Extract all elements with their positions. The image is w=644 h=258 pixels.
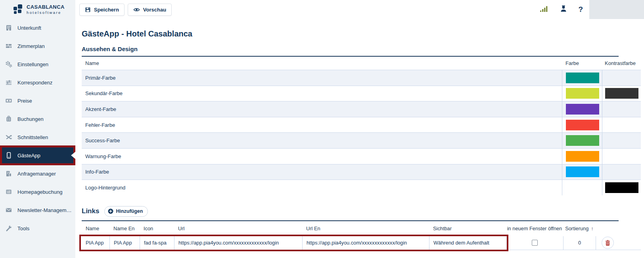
save-icon — [85, 7, 91, 13]
sidebar-item-einstellungen[interactable]: Einstellungen — [0, 55, 75, 73]
user-account-icon[interactable] — [560, 5, 567, 14]
sidebar-item-label: Einstellungen — [17, 61, 52, 67]
contrast-swatch[interactable] — [605, 182, 638, 193]
sidebar-item-homepagebuchung[interactable]: Homepagebuchung — [0, 183, 75, 201]
save-button-label: Speichern — [94, 7, 119, 13]
sidebar-item-tools[interactable]: Tools — [0, 219, 75, 237]
link-url-cell[interactable]: https://app.pia4you.com/xxxxxxxxxxxxx/lo… — [174, 236, 302, 250]
help-icon[interactable]: ? — [578, 5, 583, 14]
app-window: CASABLANCA hotelsoftware Unterkunft Zimm… — [0, 0, 644, 258]
design-section-title: Aussehen & Design — [82, 46, 641, 52]
interfaces-icon — [5, 134, 12, 141]
links-section-title: Links — [82, 207, 99, 215]
column-header-name: Name — [82, 60, 562, 66]
contrast-swatch[interactable] — [605, 151, 638, 162]
color-swatch[interactable] — [566, 88, 599, 99]
link-name-en-cell[interactable]: PIA App — [109, 236, 140, 250]
color-swatch[interactable] — [566, 151, 599, 162]
sidebar-item-label: Anfragemanager — [17, 171, 59, 177]
brand-text: CASABLANCA hotelsoftware — [27, 4, 65, 15]
sidebar-item-zimmerplan[interactable]: Zimmerplan — [0, 37, 75, 55]
sidebar-item-label: Korrespondenz — [17, 80, 56, 86]
color-row-akzent: Akzent-Farbe — [82, 101, 641, 117]
color-row-info: Info-Farbe — [82, 164, 641, 180]
color-swatch[interactable] — [566, 120, 599, 130]
column-header-name-en: Name En — [109, 226, 140, 231]
contrast-swatch[interactable] — [605, 120, 638, 130]
color-swatch[interactable] — [566, 166, 599, 177]
column-header-kontrastfarbe: Kontrastfarbe — [602, 57, 641, 70]
stats-icon[interactable] — [540, 6, 549, 14]
color-table-header: Name Farbe Kontrastfarbe — [82, 57, 641, 70]
sidebar-item-gaesteapp[interactable]: GästeApp — [0, 146, 75, 164]
color-row-fehler: Fehler-Farbe — [82, 117, 641, 133]
color-swatch[interactable] — [566, 104, 599, 115]
banknote-icon — [5, 97, 12, 104]
sidebar-item-label: Newsletter-Managemen... — [17, 207, 75, 213]
column-header-sichtbar: Sichtbar — [429, 226, 506, 231]
color-row-warnung: Warnung-Farbe — [82, 148, 641, 164]
color-swatch[interactable] — [566, 182, 599, 193]
sidebar-item-label: Zimmerplan — [17, 43, 48, 49]
sort-ascending-icon[interactable]: ↑ — [591, 226, 594, 231]
sidebar-item-label: Schnittstellen — [17, 134, 51, 140]
link-actions-cell — [596, 236, 641, 250]
add-link-button[interactable]: Hinzufügen — [104, 206, 148, 217]
links-table: Name Name En Icon Url Url En Sichtbar in… — [82, 221, 641, 250]
column-header-sortierung[interactable]: Sortierung↑ — [563, 226, 596, 231]
envelope-icon — [5, 206, 12, 214]
sidebar-item-buchungen[interactable]: Buchungen — [0, 110, 75, 128]
topbar-icons: ? — [540, 0, 583, 19]
plus-circle-icon — [108, 208, 113, 214]
sidebar-item-korrespondenz[interactable]: Korrespondenz — [0, 73, 75, 92]
sidebar-item-newsletter[interactable]: Newsletter-Managemen... — [0, 201, 75, 219]
column-header-farbe: Farbe — [562, 57, 602, 70]
color-row-success: Success-Farbe — [82, 132, 641, 148]
sidebar-item-anfragemanager[interactable]: Anfragemanager — [0, 164, 75, 183]
sidebar-item-label: Tools — [17, 226, 33, 231]
delete-link-button[interactable] — [602, 237, 614, 249]
casablanca-logo-icon — [13, 4, 24, 15]
link-sortierung-cell[interactable]: 0 — [563, 236, 596, 250]
brand-logo: CASABLANCA hotelsoftware — [0, 0, 75, 19]
brand-name: CASABLANCA — [27, 4, 65, 10]
color-name: Logo-Hintergrund — [82, 185, 562, 191]
column-header-new-window: in neuem Fenster öffnen — [506, 226, 563, 231]
color-name: Success-Farbe — [82, 138, 562, 143]
link-url-en-cell[interactable]: https://app.pia4you.com/xxxxxxxxxxxxx/lo… — [302, 236, 429, 250]
sidebar-item-unterkunft[interactable]: Unterkunft — [0, 19, 75, 37]
main-area: Speichern Vorschau ? GästeApp - Hotel Ca… — [75, 0, 644, 258]
sidebar-item-label: Homepagebuchung — [17, 189, 65, 195]
sidebar-item-schnittstellen[interactable]: Schnittstellen — [0, 128, 75, 146]
eye-icon — [133, 7, 140, 13]
sidebar-item-preise[interactable]: Preise — [0, 92, 75, 110]
contrast-swatch[interactable] — [605, 88, 638, 99]
color-name: Warnung-Farbe — [82, 153, 562, 159]
page-title: GästeApp - Hotel Casablanca — [82, 29, 641, 38]
column-header-name: Name — [82, 226, 109, 231]
sidebar-item-label: Unterkunft — [17, 25, 44, 31]
color-row-sekundaer: Sekundär-Farbe — [82, 86, 641, 101]
color-row-primaer: Primär-Farbe — [82, 70, 641, 86]
briefcase-icon — [5, 115, 12, 122]
topbar: Speichern Vorschau ? — [75, 0, 644, 19]
wrench-icon — [5, 225, 12, 232]
color-name: Akzent-Farbe — [82, 106, 562, 112]
selected-item-arrow — [71, 152, 75, 159]
preview-button-label: Vorschau — [143, 7, 166, 13]
sliders-icon — [5, 79, 12, 86]
building-icon — [5, 24, 12, 31]
link-name-cell[interactable]: PIA App — [82, 236, 109, 250]
add-link-label: Hinzufügen — [116, 208, 143, 214]
link-icon-cell[interactable]: fad fa-spa — [140, 236, 174, 250]
color-swatch[interactable] — [566, 135, 599, 146]
column-header-url: Url — [174, 226, 302, 231]
new-window-checkbox[interactable] — [532, 240, 538, 246]
preview-button[interactable]: Vorschau — [128, 4, 172, 16]
content: GästeApp - Hotel Casablanca Aussehen & D… — [75, 19, 644, 250]
save-button[interactable]: Speichern — [79, 4, 125, 16]
color-swatch[interactable] — [566, 73, 599, 83]
link-new-window-cell — [506, 236, 563, 250]
link-sichtbar-cell[interactable]: Während dem Aufenthalt — [429, 236, 506, 250]
links-header: Links Hinzufügen — [82, 206, 641, 217]
